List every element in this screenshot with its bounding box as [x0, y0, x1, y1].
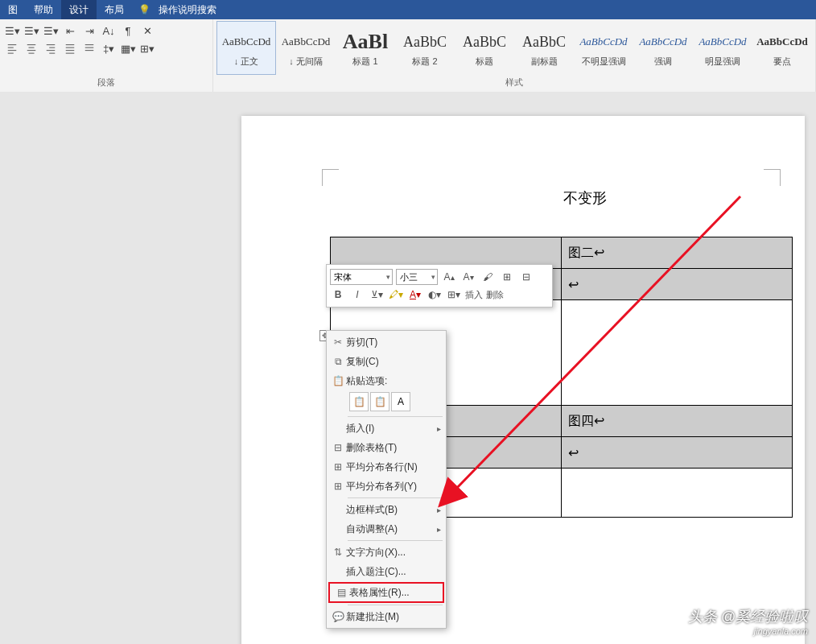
ltr-button[interactable]: ¶: [119, 23, 137, 39]
increase-indent-button[interactable]: ⇥: [80, 23, 98, 39]
style-subtle-emphasis[interactable]: AaBbCcDd不明显强调: [574, 21, 633, 75]
tab-image[interactable]: 图: [0, 0, 26, 19]
align-right-button[interactable]: [42, 40, 60, 56]
justify-button[interactable]: [61, 40, 79, 56]
tab-design[interactable]: 设计: [61, 0, 97, 19]
decrease-indent-button[interactable]: ⇤: [61, 23, 79, 39]
tab-help[interactable]: 帮助: [26, 0, 61, 19]
title-bar: 图 帮助 设计 布局 💡 操作说明搜索: [0, 0, 816, 19]
style-nospacing[interactable]: AaBbCcDd↓ 无间隔: [276, 21, 336, 75]
style-normal[interactable]: AaBbCcDd↓ 正文: [216, 21, 276, 75]
bullets-button[interactable]: ☰▾: [3, 23, 21, 39]
lightbulb-icon: 💡: [138, 4, 150, 15]
styles-group-label: 样式: [216, 75, 812, 90]
borders-button[interactable]: ⊞▾: [138, 40, 156, 56]
style-subtitle[interactable]: AaBbC副标题: [514, 21, 574, 75]
tell-me-search[interactable]: 操作说明搜索: [150, 0, 225, 19]
numbering-button[interactable]: ☰▾: [23, 23, 40, 39]
show-marks-button[interactable]: ✕: [138, 23, 156, 39]
style-heading2[interactable]: AaBbC标题 2: [395, 21, 455, 75]
style-strong[interactable]: AaBbCcDd要点: [752, 21, 812, 75]
document-area: 不变形 图二↩ ↩ 图四↩ ↩ ✥ 宋体 小三 A▴ A▾ 🖌 ⊞ ⊟ B I …: [0, 92, 816, 93]
styles-gallery[interactable]: AaBbCcDd↓ 正文 AaBbCcDd↓ 无间隔 AaBl标题 1 AaBb…: [216, 21, 812, 75]
distribute-button[interactable]: [80, 40, 98, 56]
style-emphasis[interactable]: AaBbCcDd强调: [633, 21, 693, 75]
style-intense-emphasis[interactable]: AaBbCcDd明显强调: [693, 21, 752, 75]
line-spacing-button[interactable]: ‡▾: [100, 40, 117, 56]
style-heading1[interactable]: AaBl标题 1: [336, 21, 395, 75]
shading-button[interactable]: ▦▾: [119, 40, 137, 56]
ribbon-group-styles: AaBbCcDd↓ 正文 AaBbCcDd↓ 无间隔 AaBl标题 1 AaBb…: [213, 19, 816, 92]
align-center-button[interactable]: [23, 40, 40, 56]
align-left-button[interactable]: [3, 40, 21, 56]
paragraph-group-label: 段落: [3, 75, 209, 90]
tab-layout[interactable]: 布局: [97, 0, 132, 19]
multilevel-button[interactable]: ☰▾: [42, 23, 60, 39]
style-title[interactable]: AaBbC标题: [455, 21, 514, 75]
sort-button[interactable]: A↓: [100, 23, 117, 39]
ribbon: ☰▾ ☰▾ ☰▾ ⇤ ⇥ A↓ ¶ ✕ ‡▾ ▦▾ ⊞▾ 段落: [0, 19, 816, 93]
ribbon-group-paragraph: ☰▾ ☰▾ ☰▾ ⇤ ⇥ A↓ ¶ ✕ ‡▾ ▦▾ ⊞▾ 段落: [0, 19, 213, 92]
